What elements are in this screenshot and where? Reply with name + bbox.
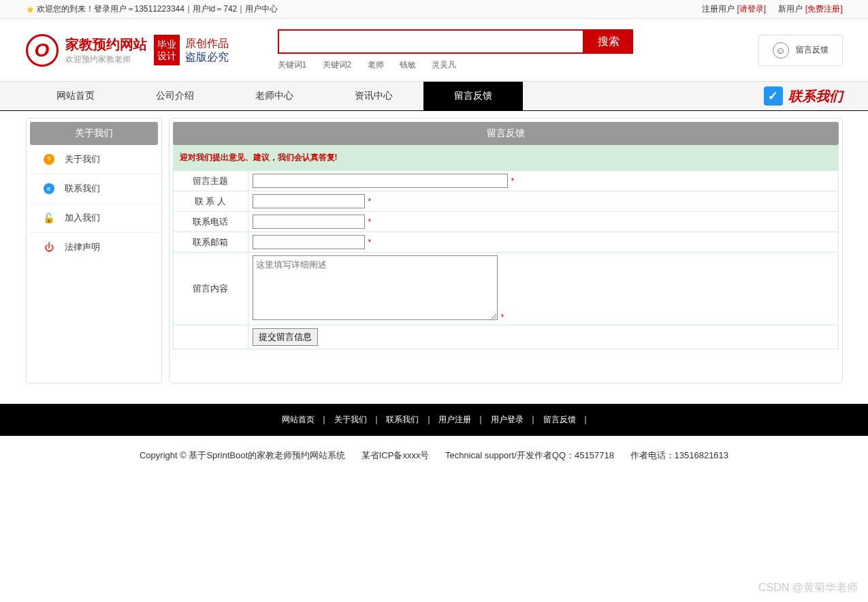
sidebar-item-about[interactable]: ? 关于我们 (30, 145, 158, 174)
subject-input[interactable] (253, 174, 508, 188)
feedback-button[interactable]: ☺ 留言反馈 (758, 35, 843, 66)
footer-info: Copyright © 基于SprintBoot的家教老师预约网站系统 某省IC… (0, 436, 868, 475)
sidebar-item-join[interactable]: 🔓 加入我们 (30, 204, 158, 233)
lock-icon: 🔓 (44, 212, 54, 223)
support-icon: ☺ (773, 42, 789, 59)
label-phone: 联系电话 (173, 212, 248, 232)
top-bar: ★ 欢迎您的到来！登录用户＝13511223344｜用户id＝742｜用户中心 … (0, 0, 868, 19)
footer-link[interactable]: 留言反馈 (543, 415, 576, 424)
new-user-label: 新用户 [免费注册] (778, 4, 842, 14)
phone-input[interactable] (253, 215, 365, 229)
nav-home[interactable]: 网站首页 (26, 82, 125, 110)
registered-user-label: 注册用户 [请登录] (702, 4, 766, 14)
required-mark: * (368, 217, 372, 227)
label-subject: 留言主题 (173, 171, 248, 191)
feedback-form: 留言主题 * 联 系 人 * 联系电话 * 联系邮箱 * 留言内容 * (173, 170, 839, 349)
content-title: 留言反馈 (173, 122, 839, 145)
icp: 某省ICP备xxxx号 (361, 450, 430, 460)
keyword-link[interactable]: 老师 (368, 60, 384, 69)
nav-teachers[interactable]: 老师中心 (225, 82, 324, 110)
star-icon: ★ (26, 4, 35, 15)
nav-feedback[interactable]: 留言反馈 (423, 82, 523, 110)
power-icon: ⏻ (44, 242, 54, 253)
footer-link[interactable]: 用户注册 (438, 415, 471, 424)
check-icon: ✓ (764, 86, 783, 106)
content-panel: 留言反馈 迎对我们提出意见、建议，我们会认真答复! 留言主题 * 联 系 人 *… (169, 118, 843, 383)
footer-link[interactable]: 用户登录 (491, 415, 524, 424)
body-textarea[interactable] (253, 255, 498, 320)
required-mark: * (501, 313, 504, 322)
label-email: 联系邮箱 (173, 232, 248, 253)
logo-subtitle: 欢迎预约家教老师 (65, 54, 147, 65)
footer-link[interactable]: 联系我们 (386, 415, 419, 424)
search-keywords: 关键词1 关键词2 老师 钱敏 灵吴凡 (278, 59, 758, 71)
keyword-link[interactable]: 钱敏 (400, 60, 416, 69)
contact-input[interactable] (253, 194, 365, 208)
label-body: 留言内容 (173, 253, 248, 326)
sidebar-title: 关于我们 (30, 122, 158, 145)
submit-button[interactable]: 提交留言信息 (253, 328, 318, 346)
footer-link[interactable]: 关于我们 (334, 415, 367, 424)
keyword-link[interactable]: 关键词1 (278, 60, 307, 69)
question-icon: ? (44, 154, 54, 165)
footer-link[interactable]: 网站首页 (282, 415, 315, 424)
logo-title: 家教预约网站 (65, 35, 147, 54)
logo-script: 原创作品 盗版必究 (185, 37, 229, 63)
register-link[interactable]: [免费注册] (805, 4, 843, 14)
nav-company[interactable]: 公司介绍 (125, 82, 225, 110)
required-mark: * (511, 176, 515, 186)
contact-us-link[interactable]: ✓ 联系我们 (764, 86, 843, 106)
top-right: 注册用户 [请登录] 新用户 [免费注册] (692, 3, 842, 15)
notice-text: 迎对我们提出意见、建议，我们会认真答复! (173, 145, 839, 170)
keyword-link[interactable]: 灵吴凡 (432, 60, 456, 69)
author-phone: 作者电话：13516821613 (630, 450, 729, 460)
logo-section[interactable]: O 家教预约网站 欢迎预约家教老师 毕业 设计 原创作品 盗版必究 (26, 34, 278, 67)
welcome-text[interactable]: 欢迎您的到来！登录用户＝13511223344｜用户id＝742｜用户中心 (37, 3, 278, 15)
required-mark: * (368, 238, 372, 247)
nav-news[interactable]: 资讯中心 (324, 82, 423, 110)
logo-icon: O (26, 34, 59, 67)
required-mark: * (368, 197, 372, 206)
header: O 家教预约网站 欢迎预约家教老师 毕业 设计 原创作品 盗版必究 搜索 关键词… (0, 19, 868, 81)
sidebar-item-legal[interactable]: ⏻ 法律声明 (30, 233, 158, 262)
clipboard-icon: ≡ (44, 183, 54, 194)
main-content: 关于我们 ? 关于我们 ≡ 联系我们 🔓 加入我们 ⏻ 法律声明 留言反馈 迎对… (0, 111, 868, 390)
main-nav: 网站首页 公司介绍 老师中心 资讯中心 留言反馈 ✓ 联系我们 (0, 81, 868, 111)
logo-badge: 毕业 设计 (154, 35, 180, 66)
copyright: Copyright © 基于SprintBoot的家教老师预约网站系统 (140, 450, 345, 460)
search-input[interactable] (278, 29, 584, 54)
search-button[interactable]: 搜索 (584, 29, 633, 54)
support: Technical support/开发作者QQ：45157718 (445, 450, 614, 460)
login-link[interactable]: [请登录] (737, 4, 766, 14)
email-input[interactable] (253, 235, 365, 249)
sidebar-item-contact[interactable]: ≡ 联系我们 (30, 174, 158, 204)
search-section: 搜索 关键词1 关键词2 老师 钱敏 灵吴凡 (278, 29, 758, 71)
top-left: ★ 欢迎您的到来！登录用户＝13511223344｜用户id＝742｜用户中心 (26, 3, 278, 15)
keyword-link[interactable]: 关键词2 (323, 60, 352, 69)
footer-nav: 网站首页 ｜ 关于我们 ｜ 联系我们 ｜ 用户注册 ｜ 用户登录 ｜ 留言反馈 … (0, 404, 868, 436)
label-contact: 联 系 人 (173, 191, 248, 212)
sidebar: 关于我们 ? 关于我们 ≡ 联系我们 🔓 加入我们 ⏻ 法律声明 (26, 118, 162, 383)
